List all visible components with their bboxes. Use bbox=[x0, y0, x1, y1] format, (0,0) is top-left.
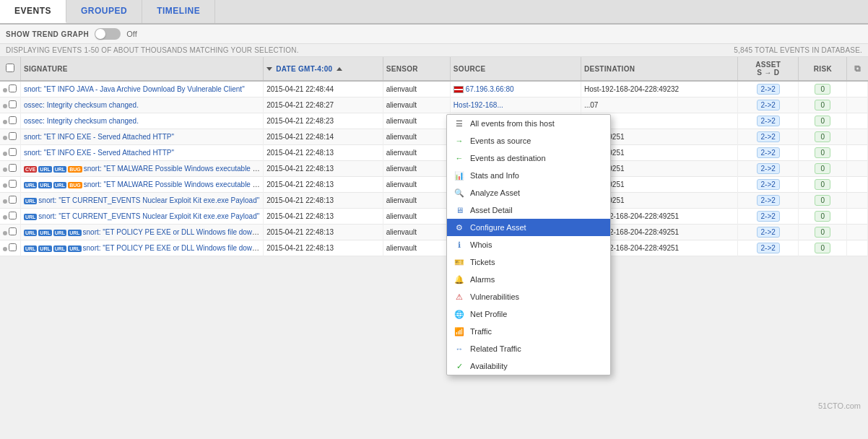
context-menu-item-all-events[interactable]: ☰ All events from this host bbox=[447, 115, 610, 132]
row-asset: 2->2 bbox=[738, 209, 799, 225]
context-menu-item-whois[interactable]: ℹ Whois bbox=[447, 236, 610, 253]
signature-link[interactable]: snort: "ET CURRENT_EVENTS Nuclear Exploi… bbox=[38, 196, 259, 204]
row-checkbox[interactable] bbox=[9, 243, 17, 251]
row-source: Host-192-168... bbox=[450, 97, 581, 113]
row-checkbox[interactable] bbox=[9, 164, 17, 172]
row-date: 2015-04-21 22:48:27 bbox=[264, 97, 383, 113]
row-checkbox[interactable] bbox=[9, 212, 17, 220]
risk-button[interactable]: 0 bbox=[815, 84, 830, 95]
row-asset: 2->2 bbox=[738, 145, 799, 161]
badge-bug: BUG bbox=[68, 182, 82, 188]
badge-bug: BUG bbox=[68, 166, 82, 173]
asset-button[interactable]: 2->2 bbox=[757, 243, 780, 253]
detail-icon: 🖥 bbox=[454, 205, 464, 215]
signature-link[interactable]: snort: "ET POLICY PE EXE or DLL Windows … bbox=[83, 244, 264, 252]
context-menu-item-analyze[interactable]: 🔍 Analyze Asset bbox=[447, 184, 610, 201]
asset-button[interactable]: 2->2 bbox=[757, 84, 780, 95]
row-checkbox[interactable] bbox=[9, 84, 17, 92]
asset-button[interactable]: 2->2 bbox=[757, 179, 780, 190]
row-date: 2015-04-21 22:48:13 bbox=[264, 209, 383, 225]
tab-events[interactable]: EVENTS bbox=[0, 0, 66, 23]
signature-link[interactable]: snort: "ET INFO EXE - Served Attached HT… bbox=[24, 133, 174, 141]
row-icon-cell bbox=[847, 81, 868, 97]
row-checkbox[interactable] bbox=[9, 196, 17, 204]
row-date: 2015-04-21 22:48:44 bbox=[264, 81, 383, 97]
context-menu-item-events-source[interactable]: → Events as source bbox=[447, 132, 610, 149]
signature-link[interactable]: snort: "ET POLICY PE EXE or DLL Windows … bbox=[83, 228, 264, 236]
signature-link[interactable]: snort: "ET INFO JAVA - Java Archive Down… bbox=[24, 85, 245, 93]
tab-timeline[interactable]: TIMELINE bbox=[142, 0, 215, 23]
select-all-checkbox[interactable] bbox=[6, 64, 14, 72]
context-menu-item-events-destination[interactable]: ← Events as destination bbox=[447, 149, 610, 167]
row-icon-cell bbox=[847, 209, 868, 225]
row-indicator bbox=[3, 136, 7, 140]
table-row: URLURLURLURLsnort: "ET POLICY PE EXE or … bbox=[0, 240, 868, 256]
row-checkbox[interactable] bbox=[9, 116, 17, 124]
badge-url: URL bbox=[24, 245, 37, 252]
row-checkbox[interactable] bbox=[9, 132, 17, 140]
row-indicator bbox=[3, 183, 7, 188]
date-sort-arrow-down bbox=[266, 67, 272, 71]
context-menu-item-stats[interactable]: 📊 Stats and Info bbox=[447, 167, 610, 184]
asset-button[interactable]: 2->2 bbox=[757, 147, 780, 158]
asset-button[interactable]: 2->2 bbox=[757, 116, 780, 126]
context-menu-item-asset-detail[interactable]: 🖥 Asset Detail bbox=[447, 201, 610, 219]
row-signature: URLURLURLBUGsnort: "ET MALWARE Possible … bbox=[20, 177, 263, 193]
risk-button[interactable]: 0 bbox=[815, 179, 830, 190]
signature-link[interactable]: snort: "ET MALWARE Possible Windows exec… bbox=[84, 181, 264, 188]
signature-link[interactable]: ossec: Integrity checksum changed. bbox=[24, 101, 139, 109]
risk-button[interactable]: 0 bbox=[815, 116, 830, 126]
trend-toggle[interactable] bbox=[95, 28, 121, 40]
list-icon: ☰ bbox=[454, 118, 464, 129]
row-signature: CVEURLURLBUGsnort: "ET MALWARE Possible … bbox=[20, 161, 263, 177]
row-checkbox[interactable] bbox=[9, 180, 17, 188]
row-checkbox[interactable] bbox=[9, 227, 17, 235]
signature-link[interactable]: snort: "ET INFO EXE - Served Attached HT… bbox=[24, 149, 174, 157]
risk-button[interactable]: 0 bbox=[815, 147, 830, 158]
row-icon-cell bbox=[847, 113, 868, 129]
row-sensor: alienvault bbox=[383, 225, 450, 240]
asset-button[interactable]: 2->2 bbox=[757, 195, 780, 206]
tab-grouped[interactable]: GROUPED bbox=[66, 0, 142, 23]
context-menu-item-configure[interactable]: ⚙ Configure Asset bbox=[447, 219, 610, 236]
asset-button[interactable]: 2->2 bbox=[757, 163, 780, 174]
date-sort-arrow-up bbox=[337, 67, 342, 71]
row-asset: 2->2 bbox=[738, 113, 799, 129]
risk-button[interactable]: 0 bbox=[815, 227, 830, 238]
risk-button[interactable]: 0 bbox=[815, 163, 830, 174]
row-signature: ossec: Integrity checksum changed. bbox=[20, 113, 263, 129]
row-date: 2015-04-21 22:48:13 bbox=[264, 193, 383, 209]
risk-button[interactable]: 0 bbox=[815, 195, 830, 206]
row-sensor: alienvault bbox=[383, 81, 450, 97]
row-icon-cell bbox=[847, 177, 868, 193]
asset-button[interactable]: 2->2 bbox=[757, 227, 780, 238]
asset-button[interactable]: 2->2 bbox=[757, 131, 780, 142]
col-header-check[interactable] bbox=[0, 57, 20, 81]
signature-link[interactable]: snort: "ET CURRENT_EVENTS Nuclear Exploi… bbox=[38, 212, 259, 220]
source-link[interactable]: Host-192-168... bbox=[453, 101, 503, 109]
context-menu-item-tickets[interactable]: 🎫 Tickets bbox=[447, 253, 610, 256]
row-checkbox[interactable] bbox=[9, 100, 17, 108]
table-row: URLsnort: "ET CURRENT_EVENTS Nuclear Exp… bbox=[0, 209, 868, 225]
row-icon-cell bbox=[847, 225, 868, 240]
asset-button[interactable]: 2->2 bbox=[757, 100, 780, 110]
row-checkbox[interactable] bbox=[9, 148, 17, 156]
row-indicator bbox=[3, 104, 7, 108]
badge-url: URL bbox=[24, 182, 37, 188]
risk-button[interactable]: 0 bbox=[815, 211, 830, 222]
row-indicator bbox=[3, 168, 7, 172]
asset-button[interactable]: 2->2 bbox=[757, 211, 780, 222]
risk-button[interactable]: 0 bbox=[815, 131, 830, 142]
signature-link[interactable]: ossec: Integrity checksum changed. bbox=[24, 117, 139, 125]
risk-button[interactable]: 0 bbox=[815, 100, 830, 110]
row-sensor: alienvault bbox=[383, 113, 450, 129]
row-risk: 0 bbox=[799, 161, 847, 177]
col-header-date[interactable]: DATE GMT-4:00 bbox=[264, 57, 383, 81]
badge-url: URL bbox=[68, 245, 81, 252]
copy-all-icon[interactable]: ⧉ bbox=[854, 64, 861, 74]
us-flag-icon bbox=[453, 86, 464, 93]
risk-button[interactable]: 0 bbox=[815, 243, 830, 253]
signature-link[interactable]: snort: "ET MALWARE Possible Windows exec… bbox=[84, 165, 264, 173]
source-link[interactable]: 67.196.3.66:80 bbox=[466, 85, 514, 93]
row-check-cell bbox=[0, 129, 20, 145]
